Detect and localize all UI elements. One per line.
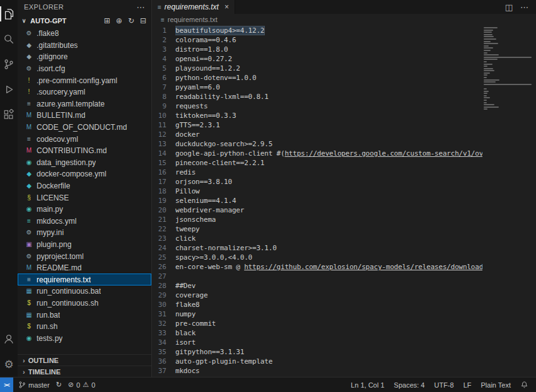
timeline-section[interactable]: › TIMELINE: [18, 366, 151, 377]
file-item-.sourcery.yaml[interactable]: !.sourcery.yaml: [18, 86, 151, 98]
sync-button[interactable]: ↻: [56, 381, 62, 388]
file-item-codecov.yml[interactable]: ≡codecov.yml: [18, 133, 151, 145]
file-item-Dockerfile[interactable]: ◆Dockerfile: [18, 180, 151, 192]
split-editor-icon[interactable]: ◫: [505, 3, 513, 12]
code-line-21[interactable]: 21jsonschema: [152, 215, 482, 224]
code-line-26[interactable]: 26en-core-web-sm @ https://github.com/ex…: [152, 262, 482, 272]
outline-section[interactable]: › OUTLINE: [18, 354, 151, 366]
breadcrumb[interactable]: ≡ requirements.txt: [152, 14, 536, 25]
code-line-37[interactable]: 37mkdocs: [152, 366, 482, 376]
code-line-3[interactable]: 3distro==1.8.0: [152, 45, 482, 54]
code-line-22[interactable]: 22tweepy: [152, 224, 482, 234]
eol-sequence[interactable]: LF: [463, 381, 472, 389]
file-item-run_continuous.sh[interactable]: $run_continuous.sh: [18, 297, 151, 309]
file-item-CODE_OF_CONDUCT.md[interactable]: MCODE_OF_CONDUCT.md: [18, 122, 151, 134]
file-item-mkdocs.yml[interactable]: ≡mkdocs.yml: [18, 216, 151, 228]
code-line-29[interactable]: 29coverage: [152, 291, 482, 300]
file-item-data_ingestion.py[interactable]: ◉data_ingestion.py: [18, 157, 151, 169]
code-line-19[interactable]: 19selenium==4.1.4: [152, 196, 482, 205]
code-line-25[interactable]: 25spacy>=3.0.0,<4.0.0: [152, 253, 482, 262]
code-line-7[interactable]: 7pyyaml==6.0: [152, 83, 482, 92]
branch-indicator[interactable]: master: [18, 381, 50, 389]
explorer-icon[interactable]: [0, 1, 18, 26]
notifications-bell-icon[interactable]: [520, 381, 528, 389]
detected-link[interactable]: https://developers.google.com/custom-sea…: [284, 149, 482, 158]
new-folder-icon[interactable]: ⊕: [116, 16, 122, 25]
new-file-icon[interactable]: ⊞: [104, 16, 110, 25]
file-item-main.py[interactable]: ◉main.py: [18, 204, 151, 216]
file-item-tests.py[interactable]: ◉tests.py: [18, 332, 151, 344]
file-item-plugin.png[interactable]: ▣plugin.png: [18, 239, 151, 251]
code-lines[interactable]: 1beautifulsoup4>=4.12.22colorama==0.4.63…: [152, 25, 482, 377]
encoding[interactable]: UTF-8: [434, 381, 453, 389]
detected-link[interactable]: https://github.com/explosion/spacy-model…: [244, 263, 482, 271]
code-line-23[interactable]: 23click: [152, 234, 482, 243]
code-line-11[interactable]: 11gTTS==2.3.1: [152, 120, 482, 130]
code-line-24[interactable]: 24charset-normalizer>=3.1.0: [152, 243, 482, 253]
code-line-30[interactable]: 30flake8: [152, 300, 482, 309]
minimap-line: [484, 91, 489, 92]
indentation[interactable]: Spaces: 4: [394, 381, 425, 389]
project-section-header[interactable]: ∨ AUTO-GPT ⊞ ⊕ ↻ ⊟: [18, 14, 151, 28]
file-item-run.bat[interactable]: ▦run.bat: [18, 309, 151, 321]
code-line-2[interactable]: 2colorama==0.4.6: [152, 35, 482, 45]
settings-gear-icon[interactable]: ⚙: [0, 352, 18, 377]
sidebar-more-icon[interactable]: ⋯: [137, 3, 145, 12]
file-item-pyproject.toml[interactable]: ⚙pyproject.toml: [18, 250, 151, 262]
file-item-.isort.cfg[interactable]: ⚙.isort.cfg: [18, 63, 151, 75]
code-line-28[interactable]: 28##Dev: [152, 281, 482, 291]
minimap[interactable]: [482, 25, 536, 377]
cursor-position[interactable]: Ln 1, Col 1: [351, 381, 384, 389]
file-item-.pre-commit-config.yaml[interactable]: !.pre-commit-config.yaml: [18, 74, 151, 86]
account-icon[interactable]: [0, 326, 18, 352]
code-line-10[interactable]: 10tiktoken==0.3.3: [152, 111, 482, 120]
language-mode[interactable]: Plain Text: [481, 381, 511, 389]
code-line-5[interactable]: 5playsound==1.2.2: [152, 64, 482, 73]
code-line-27[interactable]: 27: [152, 272, 482, 281]
file-item-azure.yaml.template[interactable]: ≡azure.yaml.template: [18, 98, 151, 110]
code-line-9[interactable]: 9requests: [152, 101, 482, 111]
editor-more-icon[interactable]: ⋯: [520, 3, 528, 12]
code-line-13[interactable]: 13duckduckgo-search>=2.9.5: [152, 139, 482, 149]
extensions-icon[interactable]: [0, 102, 18, 127]
code-line-32[interactable]: 32pre-commit: [152, 319, 482, 328]
code-line-33[interactable]: 33black: [152, 328, 482, 338]
code-line-36[interactable]: 36auto-gpt-plugin-template: [152, 357, 482, 366]
code-line-17[interactable]: 17orjson==3.8.10: [152, 177, 482, 187]
code-line-34[interactable]: 34isort: [152, 338, 482, 347]
source-control-icon[interactable]: [0, 52, 18, 77]
breadcrumb-item[interactable]: requirements.txt: [168, 16, 218, 23]
file-item-.flake8[interactable]: ⚙.flake8: [18, 28, 151, 40]
code-line-15[interactable]: 15pinecone-client==2.2.1: [152, 158, 482, 168]
file-item-requirements.txt[interactable]: ≡requirements.txt: [18, 274, 151, 285]
collapse-all-icon[interactable]: ⊟: [140, 16, 146, 25]
file-item-docker-compose.yml[interactable]: ◆docker-compose.yml: [18, 168, 151, 180]
code-line-31[interactable]: 31numpy: [152, 309, 482, 319]
file-item-.gitattributes[interactable]: ◆.gitattributes: [18, 40, 151, 52]
code-line-1[interactable]: 1beautifulsoup4>=4.12.2: [152, 26, 482, 35]
file-item-run.sh[interactable]: $run.sh: [18, 321, 151, 333]
code-line-35[interactable]: 35gitpython==3.1.31: [152, 347, 482, 357]
code-line-16[interactable]: 16redis: [152, 168, 482, 177]
file-item-README.md[interactable]: MREADME.md: [18, 262, 151, 274]
search-icon[interactable]: [0, 26, 18, 52]
tab-requirements-txt[interactable]: ≡ requirements.txt ×: [152, 0, 235, 14]
code-line-14[interactable]: 14google-api-python-client #(https://dev…: [152, 149, 482, 158]
code-line-6[interactable]: 6python-dotenv==1.0.0: [152, 73, 482, 83]
code-line-12[interactable]: 12docker: [152, 130, 482, 139]
file-item-CONTRIBUTING.md[interactable]: MCONTRIBUTING.md: [18, 145, 151, 157]
close-icon[interactable]: ×: [224, 3, 229, 11]
file-item-.gitignore[interactable]: ◆.gitignore: [18, 51, 151, 63]
remote-indicator[interactable]: ><: [0, 378, 13, 392]
file-item-run_continuous.bat[interactable]: ▦run_continuous.bat: [18, 285, 151, 297]
file-item-mypy.ini[interactable]: ⚙mypy.ini: [18, 227, 151, 239]
refresh-icon[interactable]: ↻: [128, 16, 134, 25]
file-item-BULLETIN.md[interactable]: MBULLETIN.md: [18, 110, 151, 122]
code-line-18[interactable]: 18Pillow: [152, 187, 482, 196]
run-debug-icon[interactable]: [0, 77, 18, 102]
code-line-8[interactable]: 8readability-lxml==0.8.1: [152, 92, 482, 101]
code-line-20[interactable]: 20webdriver-manager: [152, 205, 482, 215]
problems-indicator[interactable]: ⊘ 0 ⚠ 0: [68, 381, 95, 389]
file-item-LICENSE[interactable]: §LICENSE: [18, 192, 151, 204]
code-line-4[interactable]: 4openai==0.27.2: [152, 54, 482, 64]
